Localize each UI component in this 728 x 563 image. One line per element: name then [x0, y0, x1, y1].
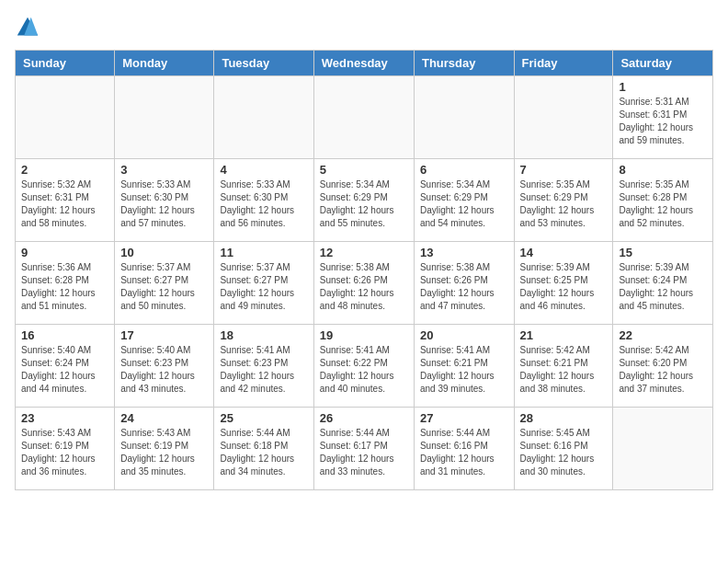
day-info: Sunrise: 5:35 AM Sunset: 6:28 PM Dayligh…: [619, 178, 707, 230]
day-info: Sunrise: 5:38 AM Sunset: 6:26 PM Dayligh…: [320, 261, 408, 313]
day-info: Sunrise: 5:43 AM Sunset: 6:19 PM Dayligh…: [120, 427, 208, 478]
calendar-cell: 12Sunrise: 5:38 AM Sunset: 6:26 PM Dayli…: [313, 242, 414, 325]
day-number: 6: [420, 163, 508, 177]
day-info: Sunrise: 5:31 AM Sunset: 6:31 PM Dayligh…: [619, 96, 707, 147]
column-header-friday: Friday: [514, 51, 613, 76]
calendar-cell: [214, 76, 313, 159]
calendar-header-row: SundayMondayTuesdayWednesdayThursdayFrid…: [16, 51, 713, 76]
column-header-tuesday: Tuesday: [214, 51, 313, 76]
calendar-cell: 27Sunrise: 5:44 AM Sunset: 6:16 PM Dayli…: [414, 408, 514, 490]
calendar-cell: 7Sunrise: 5:35 AM Sunset: 6:29 PM Daylig…: [514, 159, 613, 242]
day-number: 5: [320, 163, 408, 177]
day-number: 23: [21, 411, 108, 425]
day-number: 8: [619, 163, 707, 177]
day-info: Sunrise: 5:37 AM Sunset: 6:27 PM Dayligh…: [220, 261, 307, 313]
calendar-week-row: 2Sunrise: 5:32 AM Sunset: 6:31 PM Daylig…: [16, 159, 713, 242]
calendar-cell: 24Sunrise: 5:43 AM Sunset: 6:19 PM Dayli…: [115, 408, 214, 490]
calendar-cell: 4Sunrise: 5:33 AM Sunset: 6:30 PM Daylig…: [214, 159, 313, 242]
day-number: 25: [220, 411, 307, 425]
day-info: Sunrise: 5:42 AM Sunset: 6:21 PM Dayligh…: [520, 344, 608, 396]
calendar-cell: 13Sunrise: 5:38 AM Sunset: 6:26 PM Dayli…: [414, 242, 514, 325]
day-info: Sunrise: 5:33 AM Sunset: 6:30 PM Dayligh…: [120, 178, 208, 230]
calendar-cell: 2Sunrise: 5:32 AM Sunset: 6:31 PM Daylig…: [16, 159, 115, 242]
day-number: 27: [420, 411, 508, 425]
day-info: Sunrise: 5:35 AM Sunset: 6:29 PM Dayligh…: [520, 178, 608, 230]
calendar-cell: [16, 76, 115, 159]
day-number: 9: [21, 246, 108, 259]
calendar-cell: 8Sunrise: 5:35 AM Sunset: 6:28 PM Daylig…: [613, 159, 713, 242]
day-number: 20: [420, 328, 508, 342]
calendar-cell: 9Sunrise: 5:36 AM Sunset: 6:28 PM Daylig…: [16, 242, 115, 325]
day-info: Sunrise: 5:40 AM Sunset: 6:23 PM Dayligh…: [120, 344, 208, 396]
column-header-saturday: Saturday: [613, 51, 713, 76]
calendar-cell: 18Sunrise: 5:41 AM Sunset: 6:23 PM Dayli…: [214, 325, 313, 408]
calendar-cell: [414, 76, 514, 159]
calendar-cell: 11Sunrise: 5:37 AM Sunset: 6:27 PM Dayli…: [214, 242, 313, 325]
calendar-cell: 28Sunrise: 5:45 AM Sunset: 6:16 PM Dayli…: [514, 408, 613, 490]
day-info: Sunrise: 5:34 AM Sunset: 6:29 PM Dayligh…: [320, 178, 408, 230]
day-number: 12: [320, 246, 408, 259]
logo: [15, 15, 44, 40]
day-number: 22: [619, 328, 707, 342]
day-info: Sunrise: 5:34 AM Sunset: 6:29 PM Dayligh…: [420, 178, 508, 230]
page-header: [15, 15, 713, 40]
day-info: Sunrise: 5:39 AM Sunset: 6:24 PM Dayligh…: [619, 261, 707, 313]
day-info: Sunrise: 5:39 AM Sunset: 6:25 PM Dayligh…: [520, 261, 608, 313]
calendar-cell: 6Sunrise: 5:34 AM Sunset: 6:29 PM Daylig…: [414, 159, 514, 242]
day-number: 19: [320, 328, 408, 342]
calendar-week-row: 9Sunrise: 5:36 AM Sunset: 6:28 PM Daylig…: [16, 242, 713, 325]
day-info: Sunrise: 5:44 AM Sunset: 6:17 PM Dayligh…: [320, 427, 408, 478]
day-number: 11: [220, 246, 307, 259]
calendar-cell: 15Sunrise: 5:39 AM Sunset: 6:24 PM Dayli…: [613, 242, 713, 325]
day-number: 18: [220, 328, 307, 342]
calendar-cell: 5Sunrise: 5:34 AM Sunset: 6:29 PM Daylig…: [313, 159, 414, 242]
day-info: Sunrise: 5:32 AM Sunset: 6:31 PM Dayligh…: [21, 178, 108, 230]
calendar-cell: [613, 408, 713, 490]
day-number: 10: [120, 246, 208, 259]
day-number: 26: [320, 411, 408, 425]
calendar-cell: [514, 76, 613, 159]
calendar-cell: 1Sunrise: 5:31 AM Sunset: 6:31 PM Daylig…: [613, 76, 713, 159]
day-info: Sunrise: 5:43 AM Sunset: 6:19 PM Dayligh…: [21, 427, 108, 478]
calendar-cell: 10Sunrise: 5:37 AM Sunset: 6:27 PM Dayli…: [115, 242, 214, 325]
day-number: 21: [520, 328, 608, 342]
day-info: Sunrise: 5:36 AM Sunset: 6:28 PM Dayligh…: [21, 261, 108, 313]
calendar-cell: 26Sunrise: 5:44 AM Sunset: 6:17 PM Dayli…: [313, 408, 414, 490]
day-info: Sunrise: 5:41 AM Sunset: 6:21 PM Dayligh…: [420, 344, 508, 396]
day-number: 28: [520, 411, 608, 425]
day-number: 14: [520, 246, 608, 259]
calendar-cell: 3Sunrise: 5:33 AM Sunset: 6:30 PM Daylig…: [115, 159, 214, 242]
day-number: 16: [21, 328, 108, 342]
column-header-sunday: Sunday: [16, 51, 115, 76]
calendar-cell: 20Sunrise: 5:41 AM Sunset: 6:21 PM Dayli…: [414, 325, 514, 408]
calendar-cell: 19Sunrise: 5:41 AM Sunset: 6:22 PM Dayli…: [313, 325, 414, 408]
day-number: 4: [220, 163, 307, 177]
day-number: 13: [420, 246, 508, 259]
day-info: Sunrise: 5:41 AM Sunset: 6:22 PM Dayligh…: [320, 344, 408, 396]
day-number: 1: [619, 80, 707, 94]
day-number: 2: [21, 163, 108, 177]
day-number: 3: [120, 163, 208, 177]
column-header-monday: Monday: [115, 51, 214, 76]
day-number: 15: [619, 246, 707, 259]
calendar-cell: 17Sunrise: 5:40 AM Sunset: 6:23 PM Dayli…: [115, 325, 214, 408]
calendar-cell: 21Sunrise: 5:42 AM Sunset: 6:21 PM Dayli…: [514, 325, 613, 408]
calendar-week-row: 23Sunrise: 5:43 AM Sunset: 6:19 PM Dayli…: [16, 408, 713, 490]
calendar-cell: 16Sunrise: 5:40 AM Sunset: 6:24 PM Dayli…: [16, 325, 115, 408]
day-info: Sunrise: 5:44 AM Sunset: 6:16 PM Dayligh…: [420, 427, 508, 478]
calendar-cell: [313, 76, 414, 159]
day-info: Sunrise: 5:38 AM Sunset: 6:26 PM Dayligh…: [420, 261, 508, 313]
column-header-thursday: Thursday: [414, 51, 514, 76]
day-info: Sunrise: 5:41 AM Sunset: 6:23 PM Dayligh…: [220, 344, 307, 396]
day-number: 7: [520, 163, 608, 177]
logo-icon: [15, 15, 40, 40]
calendar-cell: 14Sunrise: 5:39 AM Sunset: 6:25 PM Dayli…: [514, 242, 613, 325]
calendar-cell: 25Sunrise: 5:44 AM Sunset: 6:18 PM Dayli…: [214, 408, 313, 490]
calendar-week-row: 1Sunrise: 5:31 AM Sunset: 6:31 PM Daylig…: [16, 76, 713, 159]
calendar-cell: 23Sunrise: 5:43 AM Sunset: 6:19 PM Dayli…: [16, 408, 115, 490]
day-info: Sunrise: 5:33 AM Sunset: 6:30 PM Dayligh…: [220, 178, 307, 230]
column-header-wednesday: Wednesday: [313, 51, 414, 76]
calendar-table: SundayMondayTuesdayWednesdayThursdayFrid…: [15, 50, 713, 490]
day-info: Sunrise: 5:45 AM Sunset: 6:16 PM Dayligh…: [520, 427, 608, 478]
day-number: 24: [120, 411, 208, 425]
